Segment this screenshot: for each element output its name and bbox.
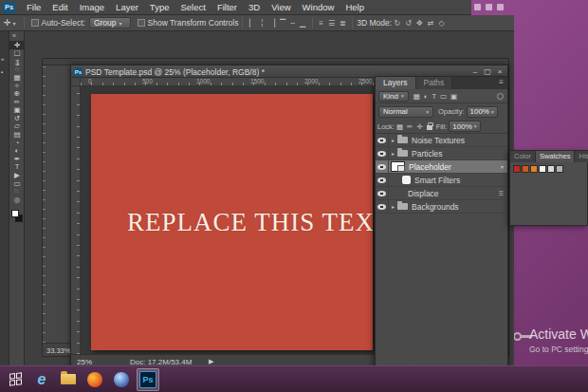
- menu-image[interactable]: Image: [74, 2, 110, 12]
- layer-row-smart-filters[interactable]: Smart Filters: [376, 174, 507, 187]
- internet-explorer-button[interactable]: e: [30, 368, 53, 391]
- tab-layers[interactable]: Layers: [376, 77, 416, 89]
- disclosure-icon[interactable]: ▸: [389, 150, 397, 157]
- layer-row-particles[interactable]: ▸ Particles: [376, 147, 507, 160]
- hand-tool[interactable]: ☞: [9, 188, 25, 196]
- disclosure-icon[interactable]: ▸: [389, 203, 397, 210]
- tab-swatches[interactable]: Swatches: [536, 151, 576, 162]
- lock-image-pixels-icon[interactable]: ✏: [405, 122, 414, 131]
- toolbar-collapse-icon[interactable]: »: [12, 32, 16, 39]
- lock-position-icon[interactable]: ✛: [414, 122, 424, 131]
- smart-filter-collapse-icon[interactable]: ▾: [501, 163, 504, 170]
- layer-row-displace[interactable]: Displace ☰: [376, 187, 507, 200]
- restore-button[interactable]: ▢: [482, 67, 493, 76]
- menu-type[interactable]: Type: [144, 2, 175, 12]
- layer-name[interactable]: Noise Textures: [412, 136, 465, 145]
- tab-history[interactable]: History: [575, 151, 588, 162]
- align-vertical-centers-icon[interactable]: ╌: [288, 19, 298, 28]
- menu-view[interactable]: View: [266, 2, 296, 12]
- menu-filter[interactable]: Filter: [211, 2, 243, 12]
- filter-adjustment-layers-icon[interactable]: ◐: [422, 92, 431, 101]
- align-right-edges-icon[interactable]: ▕: [266, 19, 277, 28]
- menu-edit[interactable]: Edit: [46, 2, 73, 12]
- distribute-icon[interactable]: ☰: [325, 19, 337, 28]
- menu-file[interactable]: File: [21, 2, 46, 12]
- smart-object-thumbnail[interactable]: [391, 161, 405, 172]
- menu-select[interactable]: Select: [175, 2, 211, 12]
- dock-panel-icon[interactable]: ▪: [1, 69, 3, 75]
- menu-3d[interactable]: 3D: [243, 2, 266, 12]
- color-swatch[interactable]: [547, 165, 555, 173]
- color-swatch[interactable]: [556, 165, 563, 173]
- menu-window[interactable]: Window: [297, 2, 340, 12]
- 3d-slide-icon[interactable]: ⇄: [425, 19, 436, 28]
- lock-all-icon[interactable]: [427, 125, 432, 130]
- auto-select-checkbox[interactable]: [31, 19, 39, 27]
- filter-toggle-icon[interactable]: [497, 93, 504, 100]
- crop-tool[interactable]: ▦: [9, 73, 25, 82]
- distribute-icon[interactable]: ≣: [338, 19, 349, 28]
- filter-shape-layers-icon[interactable]: ▭: [438, 92, 449, 101]
- dock-expand-icon[interactable]: »: [1, 56, 4, 62]
- layer-name[interactable]: Placeholder: [409, 162, 451, 172]
- browser-button[interactable]: [83, 368, 106, 391]
- visibility-toggle[interactable]: [376, 174, 389, 187]
- visibility-toggle[interactable]: [376, 187, 389, 200]
- layer-name[interactable]: Particles: [412, 149, 443, 159]
- align-top-edges-icon[interactable]: ▔: [278, 19, 288, 28]
- 3d-roll-icon[interactable]: ↺: [403, 19, 414, 28]
- 3d-scale-icon[interactable]: ◇: [436, 19, 447, 28]
- photoshop-taskbar-button[interactable]: Ps: [137, 368, 159, 391]
- media-player-button[interactable]: [110, 368, 133, 391]
- close-button[interactable]: ×: [494, 67, 505, 76]
- move-tool-preset-icon[interactable]: ✛: [4, 18, 11, 28]
- align-left-edges-icon[interactable]: ▏: [247, 19, 257, 28]
- visibility-toggle[interactable]: [376, 134, 389, 147]
- gradient-tool[interactable]: ▤: [9, 131, 25, 140]
- path-selection-tool[interactable]: ▶: [9, 172, 25, 180]
- marquee-tool[interactable]: ▢: [9, 49, 25, 58]
- auto-select-dropdown[interactable]: Group ▾: [89, 17, 131, 28]
- color-picker-widget[interactable]: [11, 210, 23, 223]
- healing-brush-tool[interactable]: ⊕: [9, 90, 25, 99]
- menu-layer[interactable]: Layer: [110, 2, 144, 12]
- zoom-level[interactable]: 33.33%: [46, 346, 70, 355]
- ruler-origin-box[interactable]: [71, 78, 81, 86]
- visibility-toggle[interactable]: [376, 160, 389, 174]
- file-explorer-button[interactable]: [57, 368, 80, 391]
- color-swatch[interactable]: [513, 165, 521, 173]
- status-menu-arrow-icon[interactable]: ▶: [209, 358, 213, 365]
- canvas[interactable]: REPLACE THIS TEXT: [91, 94, 373, 350]
- filter-kind-dropdown[interactable]: Kind ▾: [378, 91, 409, 102]
- layer-name[interactable]: Backgrounds: [412, 202, 459, 212]
- visibility-toggle[interactable]: [376, 200, 389, 214]
- minimize-button[interactable]: –: [469, 67, 481, 76]
- fill-dropdown[interactable]: 100% ▾: [449, 121, 480, 132]
- color-swatch[interactable]: [530, 165, 538, 173]
- zoom-tool[interactable]: ◎: [9, 196, 25, 204]
- distribute-icon[interactable]: ≡: [317, 19, 326, 28]
- panel-menu-icon[interactable]: ≡: [499, 77, 507, 89]
- start-button[interactable]: [4, 368, 27, 391]
- blend-mode-dropdown[interactable]: Normal ▾: [378, 106, 433, 118]
- tab-color[interactable]: Color: [510, 151, 536, 162]
- smart-filter-mask-icon[interactable]: [402, 176, 411, 184]
- layer-row-backgrounds[interactable]: ▸ Backgrounds: [376, 200, 507, 214]
- align-horizontal-centers-icon[interactable]: ╎: [258, 19, 267, 28]
- filter-type-layers-icon[interactable]: T: [430, 92, 438, 101]
- chevron-down-icon[interactable]: ▾: [13, 20, 16, 27]
- 3d-drag-icon[interactable]: ✥: [414, 19, 426, 28]
- placeholder-text-layer[interactable]: REPLACE THIS TEXT: [127, 208, 373, 237]
- layer-name[interactable]: Smart Filters: [414, 176, 460, 185]
- layer-row-placeholder[interactable]: Placeholder ▾: [376, 160, 507, 174]
- filter-blending-options-icon[interactable]: ☰: [499, 190, 504, 196]
- color-swatch[interactable]: [539, 165, 546, 173]
- visibility-toggle[interactable]: [376, 147, 389, 160]
- layer-name[interactable]: Displace: [408, 189, 439, 198]
- foreground-color-swatch[interactable]: [11, 210, 19, 217]
- align-bottom-edges-icon[interactable]: ▁: [298, 19, 308, 28]
- 3d-rotate-icon[interactable]: ↻: [392, 19, 403, 28]
- opacity-dropdown[interactable]: 100% ▾: [467, 106, 498, 118]
- filter-smart-objects-icon[interactable]: ▣: [449, 92, 459, 101]
- layer-row-noise-textures[interactable]: ▸ Noise Textures: [376, 134, 507, 147]
